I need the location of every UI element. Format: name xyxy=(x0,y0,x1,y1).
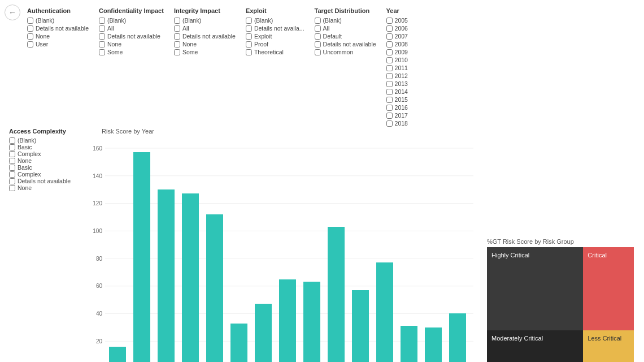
back-button[interactable]: ← xyxy=(5,5,20,20)
filter-item: None xyxy=(9,157,84,164)
filter-item: 2006 xyxy=(386,25,443,32)
svg-text:160: 160 xyxy=(93,145,102,152)
filter-item: Details not available xyxy=(99,33,164,40)
bar-2019 xyxy=(425,327,442,362)
treemap-left: Highly Critical Moderately Critical xyxy=(487,247,583,362)
bar-2013 xyxy=(279,279,296,362)
filter-item: Uncommon xyxy=(315,49,376,55)
chart-title: Risk Score by Year xyxy=(102,128,484,135)
main-body: Access Complexity (Blank) Basic Complex … xyxy=(5,128,639,362)
filter-item: Some xyxy=(174,49,236,55)
filter-item: (Blank) xyxy=(27,17,89,24)
filter-item: Proof xyxy=(246,41,304,48)
filter-item: Details not available xyxy=(315,41,376,48)
less-critical-label: Less Critical xyxy=(588,335,621,342)
filter-item: Details not available xyxy=(174,33,236,40)
treemap-right: Critical Less Critical xyxy=(583,247,634,362)
filter-item: All xyxy=(315,25,376,32)
highly-critical-label: Highly Critical xyxy=(491,252,529,258)
bar-2009 xyxy=(182,193,199,362)
target-dist-filter: Target Distribution (Blank) All Default … xyxy=(315,7,376,127)
filter-item: 2011 xyxy=(386,64,443,71)
filter-item: 2012 xyxy=(386,72,443,79)
filter-item: None xyxy=(99,41,164,48)
svg-text:120: 120 xyxy=(93,200,102,206)
filter-item: Exploit xyxy=(246,33,304,40)
filter-item: 2009 xyxy=(386,49,443,55)
filter-item: (Blank) xyxy=(174,17,236,24)
filter-item: 2008 xyxy=(386,41,443,48)
filter-item: 2014 xyxy=(386,88,443,95)
filter-item: All xyxy=(99,25,164,32)
integrity-filter: Integrity Impact (Blank) All Details not… xyxy=(174,7,236,127)
confidentiality-filter: Confidentiality Impact (Blank) All Detai… xyxy=(99,7,164,127)
year-filter: Year 2005 2006 2007 2008 2009 2010 2011 … xyxy=(386,7,443,127)
access-complexity-filter: Access Complexity (Blank) Basic Complex … xyxy=(5,128,84,362)
filter-item: 2007 xyxy=(386,33,443,40)
filter-item: Default xyxy=(315,33,376,40)
svg-text:140: 140 xyxy=(93,173,102,179)
filter-item: Theoretical xyxy=(246,49,304,55)
integrity-title: Integrity Impact xyxy=(174,7,236,14)
treemap-cell-less-critical: Less Critical xyxy=(583,330,634,362)
filter-item: None xyxy=(174,41,236,48)
bar-2018a xyxy=(401,326,417,362)
filter-item: (Blank) xyxy=(246,17,304,24)
bar-2010 xyxy=(206,214,223,362)
svg-text:80: 80 xyxy=(96,256,103,262)
filter-item: 2005 xyxy=(386,17,443,24)
filter-item: 2016 xyxy=(386,104,443,111)
filter-item: Details not available xyxy=(9,178,84,184)
bar-2014 xyxy=(303,282,320,362)
filter-item: None xyxy=(9,184,84,191)
svg-text:60: 60 xyxy=(96,283,103,289)
filter-item: (Blank) xyxy=(315,17,376,24)
critical-label: Critical xyxy=(588,252,607,258)
bar-2011 xyxy=(230,324,247,362)
bar-2015 xyxy=(328,227,345,362)
back-icon: ← xyxy=(8,8,16,17)
filter-item: 2013 xyxy=(386,80,443,87)
bar-2004 xyxy=(109,347,126,362)
top-filters: Authentication (Blank) Details not avail… xyxy=(5,5,639,127)
filter-item: All xyxy=(174,25,236,32)
svg-text:100: 100 xyxy=(93,228,102,234)
authentication-filter: Authentication (Blank) Details not avail… xyxy=(27,7,89,127)
authentication-title: Authentication xyxy=(27,7,89,14)
filter-item: Some xyxy=(99,49,164,55)
bar-2016 xyxy=(352,290,369,362)
filter-item: None xyxy=(27,33,89,40)
year-title: Year xyxy=(386,7,443,14)
filter-item: Complex xyxy=(9,171,84,178)
bar-2006 xyxy=(133,152,150,362)
treemap: Highly Critical Moderately Critical Crit… xyxy=(487,247,634,362)
filter-item: 2018 xyxy=(386,120,443,127)
treemap-cell-moderately-critical: Moderately Critical xyxy=(487,330,583,362)
svg-text:20: 20 xyxy=(96,338,103,344)
filter-item: Basic xyxy=(9,144,84,150)
bar-chart-svg: 160 140 120 100 80 60 40 20 0 xyxy=(84,137,479,362)
bar-2008 xyxy=(158,189,175,362)
bar-chart-area: Risk Score by Year 160 140 120 xyxy=(84,128,484,362)
target-dist-title: Target Distribution xyxy=(315,7,376,14)
moderately-critical-label: Moderately Critical xyxy=(491,335,543,342)
filter-item: (Blank) xyxy=(9,137,84,144)
filter-item: Basic xyxy=(9,164,84,171)
filter-item: User xyxy=(27,41,89,48)
filter-item: Details not availa... xyxy=(246,25,304,32)
bar-2020 xyxy=(449,313,466,362)
access-complexity-title: Access Complexity xyxy=(9,128,84,135)
filter-item: Details not available xyxy=(27,25,89,32)
treemap-title: %GT Risk Score by Risk Group xyxy=(487,238,639,245)
filter-item: 2010 xyxy=(386,57,443,63)
treemap-cell-highly-critical: Highly Critical xyxy=(487,247,583,330)
treemap-cell-critical: Critical xyxy=(583,247,634,330)
filter-item: 2015 xyxy=(386,96,443,103)
svg-text:40: 40 xyxy=(96,311,103,317)
bar-2017 xyxy=(376,262,393,362)
page: ← Authentication (Blank) Details not ava… xyxy=(0,0,644,362)
exploit-title: Exploit xyxy=(246,7,304,14)
filter-item: (Blank) xyxy=(99,17,164,24)
exploit-filter: Exploit (Blank) Details not availa... Ex… xyxy=(246,7,304,127)
right-panel: %GT Risk Score by Risk Group Highly Crit… xyxy=(487,133,639,362)
